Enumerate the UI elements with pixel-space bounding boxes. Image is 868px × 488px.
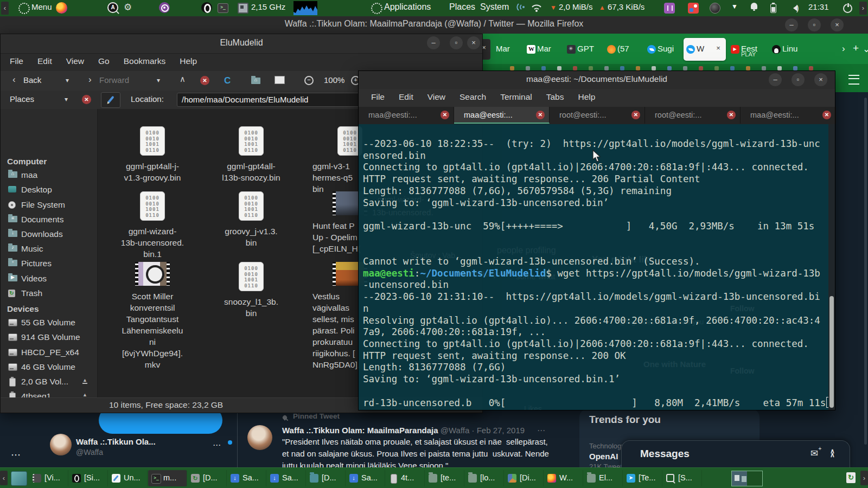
minimize-button[interactable]: – (785, 18, 798, 31)
taskbar-window-button[interactable]: [lo... (465, 470, 504, 486)
taskbar-window-button[interactable]: Un... (108, 470, 148, 486)
taskbar-window-button[interactable]: 4t... (386, 470, 425, 486)
tray-cashew-icon[interactable] (710, 3, 720, 14)
places-dropdown-icon[interactable]: ▾ (65, 95, 68, 103)
battery-icon[interactable] (770, 4, 776, 13)
profile-more-icon[interactable]: ⋯ (213, 440, 221, 450)
workspace-2[interactable] (747, 471, 762, 486)
tab-close-icon[interactable]: ✕ (441, 111, 449, 119)
terminal-scrollbar[interactable] (828, 124, 835, 410)
terminal-menu-search[interactable]: Search (452, 89, 493, 107)
terminal-titlebar[interactable]: maa@eesti: ~/Documents/EluMudelid – ▫ × (359, 71, 835, 89)
firefox-tab[interactable]: GPT (564, 38, 603, 61)
file-manager-titlebar[interactable]: EluMudelid – ▫ × (1, 34, 482, 54)
taskbar-expand-icon[interactable]: › (860, 471, 868, 485)
taskbar-window-button[interactable]: ↓Sa... (227, 470, 266, 486)
up-icon[interactable]: ∧ (180, 74, 186, 84)
bookmark-icon[interactable] (762, 66, 766, 70)
terminal-menu-help[interactable]: Help (571, 89, 602, 107)
terminal-tab[interactable]: root@eesti:...✕ (550, 107, 645, 124)
firefox-tab[interactable]: EestPLAY (728, 38, 768, 61)
menu-item-help[interactable]: Help (173, 53, 204, 69)
bookmark-icon[interactable] (667, 66, 672, 70)
back-icon[interactable]: ‹ (12, 74, 16, 85)
tweet-more-icon[interactable]: ⋯ (537, 426, 545, 435)
edit-location-button[interactable] (101, 92, 120, 108)
panel-expand-icon[interactable]: › (859, 2, 867, 15)
page-scrollbar[interactable] (864, 98, 867, 445)
bookmark-icon[interactable] (557, 66, 561, 70)
tab-close-icon[interactable]: × (714, 44, 723, 53)
menu-label[interactable]: Menu (31, 2, 52, 11)
taskbar-window-button[interactable]: ↻[D... (188, 470, 227, 486)
maximize-button[interactable]: ▫ (792, 73, 805, 86)
close-button[interactable]: × (814, 73, 827, 86)
firefox-tab[interactable]: Sugi (644, 38, 682, 61)
new-message-icon[interactable]: ✉ (810, 448, 818, 459)
new-tab-button[interactable]: + (853, 42, 859, 54)
bookmark-icon[interactable] (541, 66, 546, 70)
bookmark-icon[interactable] (620, 66, 624, 70)
applications-menu[interactable]: Applications (384, 2, 431, 12)
tab-close-icon[interactable]: ✕ (822, 111, 831, 119)
bookmark-icon[interactable] (589, 66, 593, 70)
workspace-switcher[interactable] (731, 471, 763, 486)
bookmark-icon[interactable] (510, 66, 514, 70)
file-item[interactable]: 0100001010010110ggml-gpt4all-j- v1.3-gro… (106, 126, 199, 183)
bookmark-icon[interactable] (730, 66, 735, 70)
file-item[interactable]: 0100001010010110ggml-gpt4all- l13b-snooz… (205, 126, 297, 183)
bookmark-icon[interactable] (809, 66, 813, 70)
terminal-menu-terminal[interactable]: Terminal (493, 89, 539, 107)
terminal-tab[interactable]: root@eesti:...✕ (645, 107, 741, 124)
taskbar-window-button[interactable]: ➤[Te... (623, 470, 662, 486)
taskbar-window-button[interactable]: [D... (307, 470, 346, 486)
tab-close-icon[interactable]: ✕ (727, 111, 736, 119)
taskbar-window-button[interactable]: [te... (425, 470, 464, 486)
menu-item-go[interactable]: Go (91, 53, 117, 69)
tray-chat-icon[interactable] (688, 3, 699, 14)
places-dropdown[interactable]: Places (10, 94, 34, 104)
search-tool-icon[interactable]: A (107, 2, 118, 13)
tab-close-icon[interactable]: ✕ (631, 111, 640, 119)
tab-close-icon[interactable]: ✕ (536, 111, 545, 119)
bookmark-icon[interactable] (714, 66, 719, 70)
network-graph-applet[interactable] (293, 1, 317, 15)
clock[interactable]: 21:31 (808, 2, 829, 11)
computer-icon[interactable] (275, 76, 285, 84)
menu-icon[interactable] (848, 75, 859, 85)
places-menu[interactable]: Places (449, 2, 475, 12)
minimize-button[interactable]: – (427, 36, 440, 49)
terminal-menu-tabs[interactable]: Tabs (539, 89, 571, 107)
menu-item-view[interactable]: View (59, 53, 91, 69)
cpu-frequency[interactable]: 2,15 GHz (251, 2, 285, 11)
tab-scroll-right-icon[interactable]: › (842, 43, 845, 54)
firefox-tab[interactable]: Mar (493, 38, 522, 61)
file-item[interactable]: 0100001010010110snoozy_l1_3b. bin (205, 262, 297, 319)
taskbar-window-button[interactable]: [S... (663, 470, 702, 486)
power-icon[interactable] (843, 4, 852, 13)
firefox-launcher-icon[interactable] (56, 2, 67, 14)
menu-item-file[interactable]: File (3, 53, 30, 69)
trash-applet[interactable]: ↻ (844, 471, 858, 485)
forward-button[interactable]: Forward (99, 75, 129, 85)
panel-collapse-icon[interactable]: ‹ (1, 2, 9, 15)
taskbar-collapse-icon[interactable]: ‹ (0, 471, 8, 485)
terminal-tab[interactable]: maa@eesti:...✕ (741, 107, 836, 124)
bookmark-icon[interactable] (683, 66, 687, 70)
back-dropdown-icon[interactable]: ▾ (66, 76, 69, 84)
firefox-tab[interactable]: W× (684, 38, 726, 61)
trend-name[interactable]: OpenAI (589, 452, 618, 461)
settings-gears-icon[interactable]: ⚙ (124, 3, 132, 12)
stop-icon[interactable]: ✕ (200, 76, 209, 85)
tweet-avatar[interactable] (247, 425, 272, 450)
bookmark-icon[interactable] (793, 66, 797, 70)
taskbar-window-button[interactable]: >_m... (148, 470, 187, 486)
expand-messages-icon[interactable]: ∧∧ (830, 450, 835, 457)
close-sidebar-icon[interactable]: ✕ (82, 95, 91, 104)
tweet-author[interactable]: Waffa .:.Tikkun Olam: MaailmaParandaja (282, 426, 438, 435)
close-button[interactable]: × (467, 36, 480, 49)
tor-browser-icon[interactable] (159, 2, 170, 13)
terminal-screen[interactable]: --2023-06-10 18:22:35-- (try: 2) https:/… (359, 124, 835, 410)
file-item[interactable]: Scott Miller konverentsil Tangotantsust … (106, 262, 199, 370)
menu-item-bookmarks[interactable]: Bookmarks (117, 53, 173, 69)
